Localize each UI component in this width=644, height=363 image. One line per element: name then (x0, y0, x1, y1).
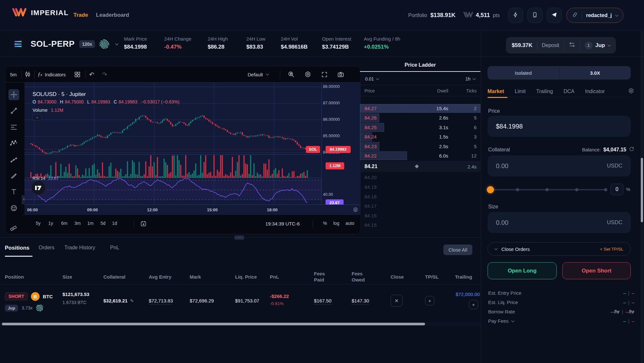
ladder-row[interactable]: 84.16 (360, 211, 480, 220)
layout-grid-icon[interactable] (74, 66, 81, 82)
indicators-button[interactable]: ƒx Indicators (38, 66, 66, 82)
layout-select[interactable]: Default (248, 66, 269, 82)
ladder-row[interactable]: 84.253.1s6 (360, 123, 480, 132)
order-settings-gear-icon[interactable] (628, 88, 634, 95)
range-5y-button[interactable]: 5y (36, 221, 41, 226)
brand[interactable]: IMPERIAL (12, 8, 69, 18)
go-to-date-calendar-icon[interactable] (140, 220, 147, 228)
tab-trade-history[interactable]: Trade History (64, 245, 95, 251)
forecast-tool-icon[interactable] (8, 155, 19, 166)
range-1d-button[interactable]: 1d (112, 221, 117, 226)
size-input[interactable]: 0.00 USDC (488, 212, 631, 233)
horizontal-scrollbar-track[interactable] (0, 322, 481, 326)
range-3m-button[interactable]: 3m (74, 221, 80, 226)
price-input[interactable]: $84.1998 (488, 116, 631, 137)
crosshair-tool-icon[interactable] (8, 89, 19, 100)
nav-trade[interactable]: Trade (73, 12, 88, 18)
price-axis[interactable]: 88.0000087.0000086.0000085.0000084.00000… (321, 82, 361, 205)
rsi-legend: RSI 14 23.67 (33, 176, 59, 181)
avg-entry[interactable]: $72,713.83 (149, 298, 173, 304)
range-5d-button[interactable]: 5d (100, 221, 106, 226)
vertical-scrollbar-thumb[interactable] (641, 158, 643, 222)
slider-handle[interactable] (487, 186, 494, 193)
screenshot-camera-icon[interactable] (337, 66, 344, 82)
chart-plot[interactable]: 88.0000087.0000086.0000085.0000084.00000… (24, 82, 361, 205)
edit-collateral-icon[interactable]: ✎ (130, 298, 134, 303)
interval-button[interactable]: 5m (10, 66, 17, 82)
horizontal-scrollbar-thumb[interactable] (2, 323, 425, 325)
set-tpsl-button[interactable]: + Set TP/SL (600, 247, 623, 252)
close-orders-expander[interactable]: Close Orders + Set TP/SL (488, 242, 631, 256)
fib-retracement-tool-icon[interactable] (8, 122, 19, 133)
range-6m-button[interactable]: 6m (61, 221, 67, 226)
close-all-button[interactable]: Close All (443, 244, 472, 255)
range-1m-button[interactable]: 1m (87, 221, 93, 226)
range-1y-button[interactable]: 1y (48, 221, 53, 226)
ladder-row[interactable]: 84.232.5s5 (360, 142, 480, 151)
add-tpsl-button[interactable]: + (425, 296, 434, 305)
legend-collapse-button[interactable] (33, 115, 42, 120)
window-select[interactable]: 1h (465, 76, 475, 81)
time-axis[interactable]: 06:0009:0012:0015:0018:00 (24, 205, 361, 215)
text-tool-icon[interactable] (8, 186, 19, 197)
send-button[interactable] (547, 8, 562, 23)
ladder-row[interactable]: 84.241.5s3 (360, 132, 480, 141)
ladder-row[interactable]: 84.2715.4s2 (360, 104, 480, 113)
brush-tool-icon[interactable] (8, 170, 19, 181)
measure-tool-icon[interactable] (8, 222, 19, 233)
lightning-button[interactable] (508, 8, 523, 23)
tick-size-select[interactable]: 0.01 (365, 76, 379, 81)
market-selector[interactable]: SOL-PERP 120x (10, 36, 118, 52)
order-tab-limit[interactable]: Limit (515, 89, 526, 94)
xabcd-pattern-tool-icon[interactable] (8, 138, 19, 148)
order-tab-market[interactable]: Market (488, 89, 504, 94)
ladder-row[interactable]: 84.15 (360, 220, 480, 230)
axis-settings-gear-icon[interactable] (353, 207, 358, 214)
trailing-price[interactable]: $72,000.00 (428, 291, 480, 297)
vertical-scrollbar-track[interactable] (640, 31, 643, 363)
ladder-row[interactable]: 84.17 (360, 201, 480, 211)
tradingview-logo[interactable] (31, 181, 45, 195)
open-short-button[interactable]: Open Short (562, 262, 631, 279)
margin-mode-button[interactable]: Isolated (488, 66, 559, 80)
refresh-balance-icon[interactable] (629, 146, 634, 153)
phone-button[interactable] (527, 8, 543, 23)
open-long-button[interactable]: Open Long (488, 262, 557, 279)
tab-pnl[interactable]: PnL (110, 245, 119, 251)
fullscreen-icon[interactable] (321, 66, 328, 82)
tab-positions[interactable]: Positions (5, 245, 30, 251)
redo-icon[interactable]: ↷ (102, 66, 107, 82)
ladder-row[interactable]: 84.18 (360, 192, 480, 201)
fees-paid[interactable]: $167.50 (314, 298, 331, 304)
percent-input[interactable]: 0 (611, 184, 623, 195)
price-axis-label: 85.00000 (323, 134, 340, 138)
chart-clock[interactable]: 19:34:39 UTC-6 (265, 221, 300, 226)
scale-auto-button[interactable]: auto (346, 221, 354, 226)
add-trailing-button[interactable]: + (469, 300, 478, 309)
ladder-row[interactable]: 84.226.0s12 (360, 151, 480, 160)
ladder-row[interactable]: 84.262.6s5 (360, 113, 480, 122)
wallet-menu[interactable]: redacted_j (566, 8, 623, 23)
nav-leaderboard[interactable]: Leaderboard (96, 12, 129, 18)
quick-search-icon[interactable] (288, 66, 295, 82)
collateral-percent-slider[interactable]: 0 % (488, 186, 631, 194)
order-tab-indicator[interactable]: Indicator (585, 89, 605, 94)
fees-owed[interactable]: $147.30 (352, 298, 369, 304)
close-position-button[interactable]: ✕ (391, 295, 402, 307)
leverage-button[interactable]: 3.0X (559, 66, 631, 80)
scale-log-button[interactable]: log (333, 221, 339, 226)
order-tab-trailing[interactable]: Trailing (536, 89, 553, 94)
candle-style-button[interactable] (24, 66, 31, 82)
trend-line-tool-icon[interactable] (8, 105, 19, 116)
settings-gear-icon[interactable] (304, 66, 311, 82)
ladder-row[interactable]: 84.19 (360, 182, 480, 192)
emoji-tool-icon[interactable] (8, 203, 19, 214)
order-tab-dca[interactable]: DCA (564, 89, 574, 94)
ladder-row[interactable]: 84.20 (360, 173, 480, 182)
ladder-current-row[interactable]: 84.212.4s (360, 161, 480, 172)
collateral-input[interactable]: 0.00 USDC (488, 155, 631, 177)
short-value: – (632, 300, 634, 305)
undo-icon[interactable]: ↶ (89, 66, 94, 82)
tab-orders[interactable]: Orders (39, 245, 54, 251)
scale-percent-button[interactable]: % (323, 221, 327, 226)
